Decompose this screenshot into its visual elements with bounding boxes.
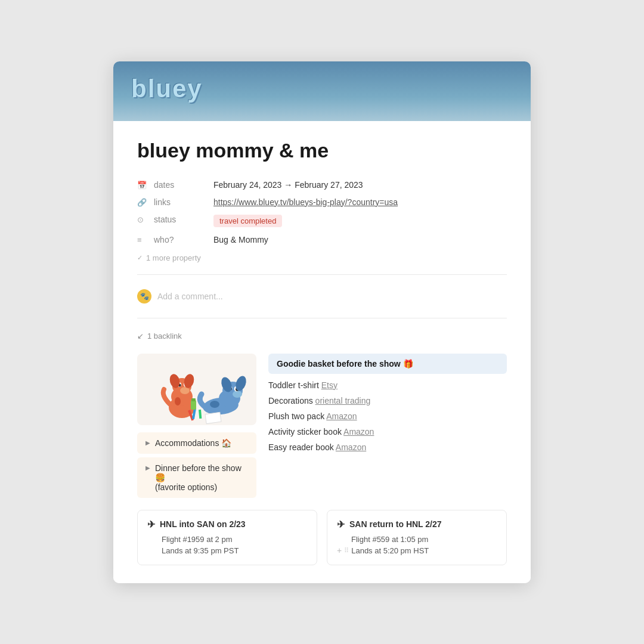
- backlink-arrow-icon: ↙: [137, 332, 144, 340]
- expand-arrow-icon-2: ▶: [145, 465, 150, 471]
- property-who: ≡ who? Bug & Mommy: [137, 231, 507, 249]
- list-item: Easy reader book Amazon: [268, 439, 507, 455]
- flights-grid: ✈ HNL into SAN on 2/23 Flight #1959 at 2…: [137, 510, 507, 565]
- more-property-label: 1 more property: [146, 253, 201, 262]
- item-link-1[interactable]: oriental trading: [315, 396, 371, 405]
- accommodations-label: Accommodations 🏠: [155, 438, 231, 448]
- status-icon: ⊙: [137, 215, 149, 224]
- svg-point-15: [233, 391, 242, 398]
- flight-detail-return-2: Lands at 5:20 pm HST: [351, 545, 429, 556]
- list-item: Plush two pack Amazon: [268, 408, 507, 424]
- svg-point-11: [175, 397, 181, 405]
- item-label-4: Easy reader book: [268, 442, 336, 452]
- flight-header-return: ✈ SAN return to HNL 2/27: [337, 519, 497, 530]
- svg-rect-27: [191, 400, 196, 410]
- dinner-item[interactable]: ▶ Dinner before the show 🍔(favorite opti…: [137, 457, 256, 498]
- link-url[interactable]: https://www.bluey.tv/blueys-big-play/?co…: [213, 197, 398, 207]
- page-title: bluey mommy & me: [137, 139, 507, 162]
- flight-detail-return-1: Flight #559 at 1:05 pm: [337, 534, 497, 545]
- svg-rect-28: [191, 398, 196, 401]
- drag-handle-icon: ⠿: [344, 547, 349, 555]
- item-label-2: Plush two pack: [268, 411, 326, 421]
- bluey-logo: bluey: [131, 75, 203, 103]
- svg-point-4: [180, 387, 190, 394]
- properties-section: 📅 dates February 24, 2023 → February 27,…: [137, 177, 507, 265]
- main-content: bluey mommy & me 📅 dates February 24, 20…: [113, 121, 531, 583]
- goodie-basket-header: Goodie basket before the show 🎁: [268, 354, 507, 374]
- property-status: ⊙ status travel completed: [137, 211, 507, 231]
- list-item: Activity sticker book Amazon: [268, 424, 507, 439]
- flight-card-return: ✈ SAN return to HNL 2/27 Flight #559 at …: [327, 510, 507, 565]
- dinner-label: Dinner before the show 🍔(favorite option…: [155, 463, 248, 492]
- expandable-items: ▶ Accommodations 🏠 ▶ Dinner before the s…: [137, 432, 256, 498]
- item-link-4[interactable]: Amazon: [336, 442, 366, 452]
- plus-icon: +: [337, 546, 342, 555]
- content-grid: ▶ Accommodations 🏠 ▶ Dinner before the s…: [137, 354, 507, 498]
- status-label: status: [154, 215, 213, 224]
- flight-detail-outbound-2: Lands at 9:35 pm PST: [147, 545, 307, 556]
- links-value: https://www.bluey.tv/blueys-big-play/?co…: [213, 197, 507, 207]
- backlinks[interactable]: ↙ 1 backlink: [137, 328, 507, 344]
- item-link-0[interactable]: Etsy: [321, 380, 338, 390]
- expand-arrow-icon: ▶: [145, 439, 150, 446]
- left-column: ▶ Accommodations 🏠 ▶ Dinner before the s…: [137, 354, 256, 498]
- dates-value: February 24, 2023 → February 27, 2023: [213, 180, 507, 190]
- header-banner: bluey: [113, 61, 531, 121]
- flight-detail-return-2-row: + ⠿ Lands at 5:20 pm HST: [337, 545, 497, 556]
- goodie-basket-title: Goodie basket before the show 🎁: [277, 359, 413, 369]
- divider-2: [137, 318, 507, 318]
- list-icon: ≡: [137, 236, 149, 244]
- who-label: who?: [154, 235, 213, 244]
- flight-detail-outbound-1: Flight #1959 at 2 pm: [147, 534, 307, 545]
- property-links: 🔗 links https://www.bluey.tv/blueys-big-…: [137, 194, 507, 211]
- divider-1: [137, 274, 507, 275]
- link-icon: 🔗: [137, 198, 149, 207]
- svg-point-22: [210, 401, 219, 408]
- backlinks-text: 1 backlink: [147, 332, 182, 340]
- app-window: bluey bluey mommy & me 📅 dates February …: [113, 61, 531, 583]
- item-link-2[interactable]: Amazon: [326, 411, 357, 421]
- svg-rect-26: [205, 412, 221, 423]
- calendar-icon: 📅: [137, 181, 149, 190]
- who-value: Bug & Mommy: [213, 235, 507, 244]
- plane-icon-return: ✈: [337, 519, 345, 530]
- avatar: 🐾: [137, 289, 151, 304]
- flight-card-outbound: ✈ HNL into SAN on 2/23 Flight #1959 at 2…: [137, 510, 317, 565]
- comment-area: 🐾 Add a comment...: [137, 284, 507, 308]
- item-label-0: Toddler t-shirt: [268, 380, 321, 390]
- chevron-down-icon: ✓: [137, 254, 143, 262]
- bluey-image: [137, 354, 256, 425]
- more-property-toggle[interactable]: ✓ 1 more property: [137, 251, 507, 265]
- property-dates: 📅 dates February 24, 2023 → February 27,…: [137, 177, 507, 194]
- item-label-3: Activity sticker book: [268, 427, 343, 436]
- plane-icon-outbound: ✈: [147, 519, 155, 530]
- dates-label: dates: [154, 180, 213, 190]
- list-item: Toddler t-shirt Etsy: [268, 377, 507, 393]
- flight-header-outbound: ✈ HNL into SAN on 2/23: [147, 519, 307, 530]
- right-column: Goodie basket before the show 🎁 Toddler …: [268, 354, 507, 455]
- status-value: travel completed: [213, 215, 507, 227]
- comment-placeholder[interactable]: Add a comment...: [157, 292, 223, 301]
- list-item: Decorations oriental trading: [268, 393, 507, 408]
- goodie-list: Toddler t-shirt Etsy Decorations orienta…: [268, 377, 507, 455]
- item-label-1: Decorations: [268, 396, 315, 405]
- links-label: links: [154, 197, 213, 207]
- status-badge[interactable]: travel completed: [213, 215, 282, 227]
- flight-title-outbound: HNL into SAN on 2/23: [160, 519, 246, 529]
- flight-title-return: SAN return to HNL 2/27: [349, 519, 442, 529]
- accommodations-item[interactable]: ▶ Accommodations 🏠: [137, 432, 256, 454]
- item-link-3[interactable]: Amazon: [343, 427, 374, 436]
